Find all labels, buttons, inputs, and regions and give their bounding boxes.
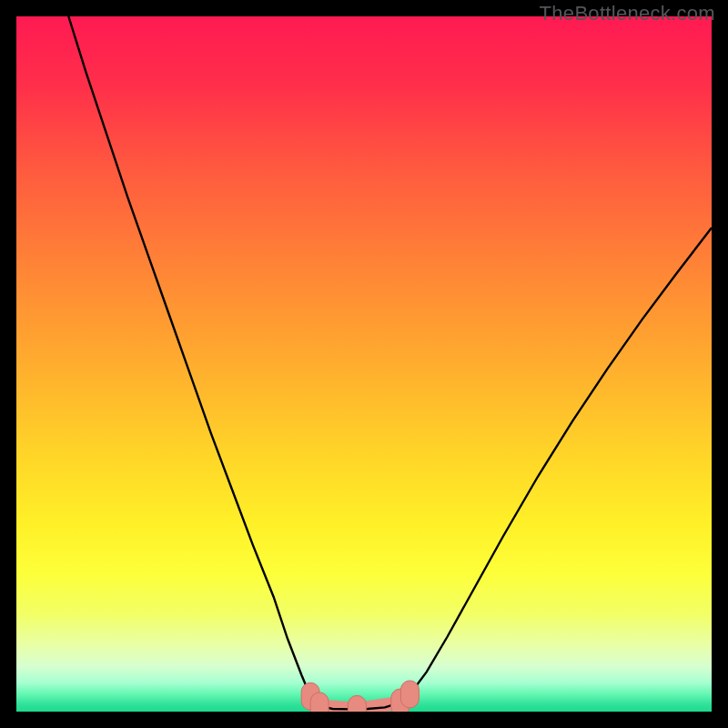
curve-marker xyxy=(310,693,329,712)
curve-layer xyxy=(16,16,712,712)
curve-marker xyxy=(348,695,366,712)
attribution-text: TheBottleneck.com xyxy=(540,2,715,25)
chart-frame: TheBottleneck.com xyxy=(0,0,728,728)
curve-marker xyxy=(400,681,419,708)
plot-area xyxy=(16,16,712,712)
marker-group xyxy=(301,681,419,712)
bottleneck-curve xyxy=(68,16,712,709)
